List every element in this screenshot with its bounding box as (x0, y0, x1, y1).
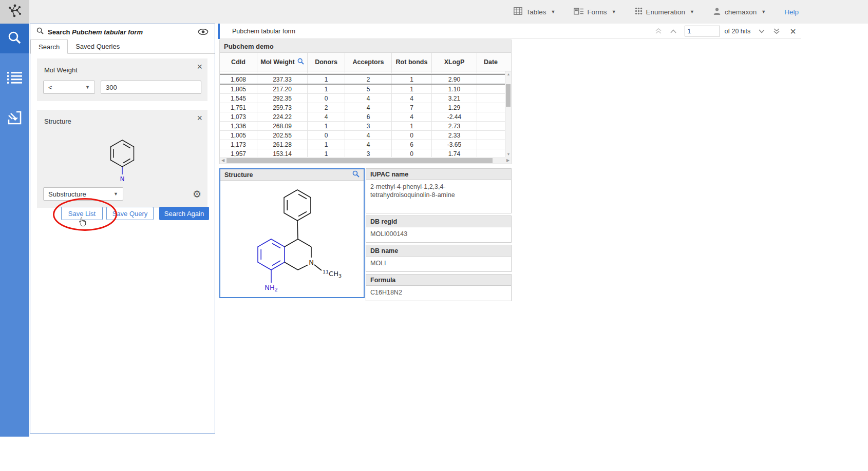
save-list-button[interactable]: Save List (61, 207, 103, 220)
table-row[interactable]: 1,608237.331212.90 (220, 74, 511, 85)
chevron-down-icon: ▼ (85, 85, 90, 90)
mol-weight-operator-select[interactable]: < ▼ (43, 81, 95, 94)
grid-cell: 2 (308, 103, 345, 112)
field-value: C16H18N2 (366, 286, 511, 301)
table-row[interactable]: 1,336268.091312.73 (220, 122, 511, 131)
search-panel: Search Pubchem tabular form Search Saved… (30, 24, 215, 434)
grid-cell: 0 (392, 131, 432, 140)
grid-cell: 3 (345, 149, 392, 157)
save-query-button[interactable]: Save Query (106, 207, 154, 220)
grid-cell: 4 (345, 103, 392, 112)
table-row[interactable]: 1,805217.201511.10 (220, 85, 511, 94)
eye-icon[interactable] (198, 28, 209, 35)
vertical-scrollbar-thumb[interactable] (506, 84, 511, 107)
search-again-button[interactable]: Search Again (159, 207, 209, 220)
vertical-scrollbar[interactable]: ▲ ▼ (505, 71, 511, 157)
grid-cell: 2.73 (432, 122, 477, 130)
app-logo[interactable] (0, 0, 29, 24)
tables-grid-icon (514, 7, 522, 16)
chevron-down-icon: ▼ (612, 9, 616, 14)
field-iupac-name: IUPAC name 2-methyl-4-phenyl-1,2,3,4-tet… (366, 168, 512, 213)
last-record-button[interactable] (773, 28, 780, 34)
grid-cell (477, 140, 504, 149)
table-row[interactable]: 1,751259.732471.29 (220, 103, 511, 112)
tab-saved-queries[interactable]: Saved Queries (68, 40, 127, 53)
table-row[interactable]: 1,545292.350443.21 (220, 94, 511, 103)
scroll-left-arrow-icon[interactable]: ◀ (220, 158, 226, 163)
table-row[interactable]: 1,073224.22464-2.44 (220, 112, 511, 122)
field-value: MOLI (366, 257, 511, 271)
grid-cell: 1,608 (220, 75, 257, 84)
form-title: Pubchem tabular form (232, 28, 295, 35)
mol-weight-value-input[interactable] (101, 81, 201, 94)
mol-weight-filter-card: × Mol Weight < ▼ (37, 58, 207, 101)
grid-title: Pubchem demo (219, 40, 512, 53)
grid-cell: 2.90 (432, 75, 477, 84)
grid-cell: 6 (392, 140, 432, 149)
structure-query-canvas[interactable]: N (43, 132, 201, 187)
search-icon (36, 27, 44, 36)
grid-cell: 259.73 (257, 103, 308, 112)
grid-cell: 1.74 (432, 149, 477, 157)
grid-cell (477, 75, 504, 84)
grid-cell: 1,173 (220, 140, 257, 149)
grid-cell: 2.33 (432, 131, 477, 140)
field-label: DB regid (366, 216, 511, 227)
methyl-group-label: 11CH3 (323, 269, 342, 279)
close-icon[interactable]: × (197, 62, 202, 71)
enumeration-dots-icon (635, 7, 643, 16)
scroll-down-arrow-icon[interactable]: ▼ (505, 152, 512, 156)
scroll-up-arrow-icon[interactable]: ▲ (505, 72, 512, 76)
gear-icon[interactable]: ⚙ (193, 189, 201, 199)
grid-cell (477, 149, 504, 157)
grid-cell: 0 (308, 94, 345, 103)
horizontal-scrollbar[interactable]: ◀ ▶ (219, 157, 512, 164)
structure-viewer[interactable]: N 11CH3 NH2 (220, 181, 364, 297)
structure-detail-panel: Structure (219, 168, 365, 298)
column-header-mol-weight[interactable]: Mol Weight (257, 53, 308, 71)
scroll-right-arrow-icon[interactable]: ▶ (505, 158, 511, 163)
column-header-donors[interactable]: Donors (308, 53, 345, 71)
grid-cell: 237.33 (257, 75, 308, 84)
form-accent-bar (218, 24, 220, 39)
list-icon (7, 71, 22, 86)
record-details: IUPAC name 2-methyl-4-phenyl-1,2,3,4-tet… (366, 168, 512, 303)
search-icon[interactable] (352, 170, 360, 179)
field-db-regid: DB regid MOLI000143 (366, 215, 512, 243)
structure-panel-header: Structure (220, 169, 364, 181)
search-icon (8, 31, 22, 47)
column-header-cdid[interactable]: CdId (220, 53, 257, 71)
structure-filter-card: × Structure N Substructure ▼ ⚙ (37, 110, 207, 208)
column-header-xlogp[interactable]: XLogP (432, 53, 477, 71)
nav-forms[interactable]: Forms ▼ (574, 8, 616, 16)
sidebar-item-search[interactable] (0, 24, 29, 53)
previous-record-button[interactable] (670, 29, 677, 33)
record-number-input[interactable] (685, 26, 720, 36)
structure-match-mode-select[interactable]: Substructure ▼ (43, 187, 123, 201)
nav-user-menu[interactable]: chemaxon ▼ (713, 7, 766, 17)
grid-cell: 2 (345, 75, 392, 84)
molecule-logo-icon (7, 3, 23, 21)
sidebar-item-export[interactable] (0, 104, 29, 133)
column-header-rot-bonds[interactable]: Rot bonds (392, 53, 432, 71)
table-row[interactable]: 1,957153.141301.74 (220, 149, 511, 157)
search-icon[interactable] (297, 58, 304, 66)
help-link[interactable]: Help (784, 8, 799, 16)
next-record-button[interactable] (758, 29, 765, 33)
grid-cell: 1,957 (220, 149, 257, 157)
column-header-date[interactable]: Date (477, 53, 504, 71)
first-record-button[interactable] (655, 28, 662, 34)
nav-tables[interactable]: Tables ▼ (514, 7, 555, 16)
close-icon[interactable]: × (790, 26, 796, 36)
grid-cell (477, 122, 504, 130)
grid-cell: 0 (308, 131, 345, 140)
horizontal-scrollbar-thumb[interactable] (227, 158, 493, 163)
column-header-acceptors[interactable]: Acceptors (345, 53, 392, 71)
tab-search[interactable]: Search (30, 40, 68, 54)
sidebar-item-lists[interactable] (0, 64, 29, 93)
close-icon[interactable]: × (197, 113, 202, 123)
table-row[interactable]: 1,005202.550402.33 (220, 131, 511, 140)
grid-cell: 268.09 (257, 122, 308, 130)
nav-enumeration[interactable]: Enumeration ▼ (635, 7, 694, 16)
table-row[interactable]: 1,173261.28146-3.65 (220, 140, 511, 149)
